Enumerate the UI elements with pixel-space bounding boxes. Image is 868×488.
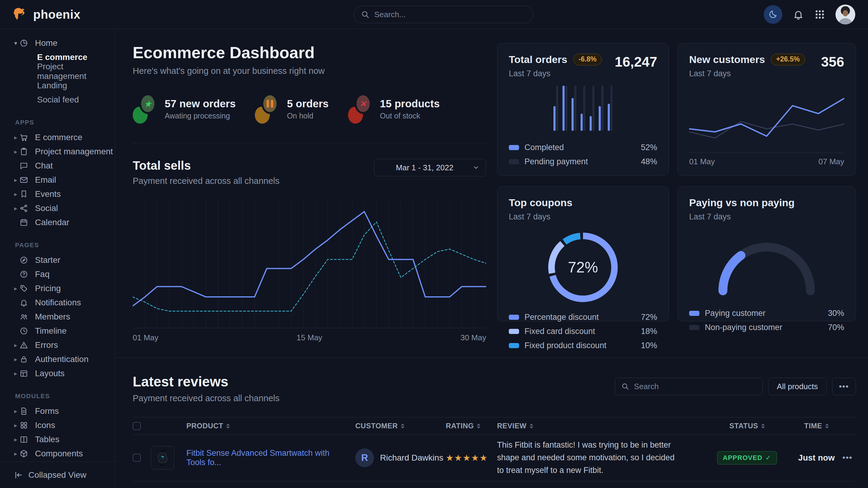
sidebar-item-members[interactable]: Members — [0, 310, 115, 324]
sidebar-subitem-social-feed[interactable]: Social feed — [0, 93, 115, 107]
sidebar-item-tables[interactable]: ▸ Tables — [0, 432, 115, 446]
row-menu-button[interactable]: ••• — [839, 453, 856, 462]
sidebar-item-label: Project management — [35, 147, 113, 157]
table-row[interactable]: Fitbit Sense Advanced Smartwatch with To… — [133, 435, 856, 481]
sidebar-nav: ▾ HomeE commerceProject managementLandin… — [0, 36, 115, 461]
order-bar — [562, 86, 567, 131]
sidebar-item-project-management[interactable]: ▸ Project management — [0, 144, 115, 159]
avatar-wrap: R — [355, 449, 374, 467]
sidebar-item-pricing[interactable]: ▸ Pricing — [0, 281, 115, 295]
sidebar-item-chat[interactable]: Chat — [0, 159, 115, 173]
table-icon — [19, 435, 31, 444]
warning-icon — [19, 340, 31, 350]
sidebar-item-label: Timeline — [35, 326, 67, 336]
card-period: Last 7 days — [509, 69, 602, 78]
sidebar-item-label: Starter — [35, 255, 60, 265]
reviews-table: PRODUCT CUSTOMER RATING REVIEW STATUS TI… — [133, 417, 856, 488]
sidebar-item-events[interactable]: ▸ Events — [0, 187, 115, 201]
column-status[interactable]: STATUS — [700, 422, 794, 430]
legend-swatch — [689, 311, 700, 316]
reviews-table-header: PRODUCT CUSTOMER RATING REVIEW STATUS TI… — [133, 417, 856, 435]
legend-swatch — [509, 329, 519, 334]
sidebar-item-label: Icons — [35, 421, 55, 430]
apps-grid-button[interactable] — [814, 9, 825, 20]
sidebar-item-label: Calendar — [35, 218, 69, 227]
sort-icon — [226, 423, 230, 429]
sidebar-item-label: Social — [35, 203, 58, 213]
new-customers-x-axis: 01 May 07 May — [689, 157, 844, 166]
column-review[interactable]: REVIEW — [497, 422, 700, 430]
card-title: Total orders — [509, 54, 567, 65]
clock-icon — [19, 326, 31, 335]
table-row[interactable]: iPhone 13 pro max-Pacific Blue-128GB sto… — [133, 481, 856, 488]
sidebar-item-calendar[interactable]: Calendar — [0, 215, 115, 229]
theme-toggle-button[interactable] — [764, 5, 782, 24]
sidebar-item-components[interactable]: ▸ Components — [0, 446, 115, 461]
smartwatch-image — [153, 448, 172, 467]
compass-icon — [19, 256, 31, 265]
search-input[interactable] — [374, 10, 526, 20]
product-thumbnail[interactable] — [151, 446, 174, 469]
notifications-button[interactable] — [793, 9, 804, 20]
sidebar-item-icons[interactable]: ▸ Icons — [0, 418, 115, 432]
sidebar-item-forms[interactable]: ▸ Forms — [0, 404, 115, 418]
stat-caption: On hold — [287, 111, 329, 120]
sidebar-item-starter[interactable]: Starter — [0, 253, 115, 267]
brand-logo[interactable]: phoenix — [13, 7, 115, 22]
sidebar-item-errors[interactable]: ▸ Errors — [0, 338, 115, 352]
star-icon: ★ — [454, 453, 463, 463]
reviews-search-input[interactable] — [633, 382, 756, 392]
sidebar-item-faq[interactable]: Faq — [0, 267, 115, 281]
sidebar-item-layouts[interactable]: ▸ Layouts — [0, 366, 115, 380]
user-avatar[interactable] — [835, 4, 855, 24]
legend-item: Pending payment 48% — [509, 157, 657, 166]
paying-vs-nonpaying-card: Paying vs non paying Last 7 days Paying … — [677, 186, 856, 321]
caret-down-icon: ▾ — [12, 39, 19, 47]
reviews-search[interactable] — [615, 378, 763, 395]
sidebar-item-label: Layouts — [35, 369, 65, 378]
stat-caption: Awating processing — [165, 111, 236, 120]
date-range-select[interactable]: Mar 1 - 31, 2022 — [374, 159, 486, 176]
stat-value: 15 products — [380, 98, 440, 110]
legend-swatch — [689, 325, 700, 330]
page-title: Ecommerce Dashboard — [133, 43, 486, 62]
quick-stats: ★ 57 new orders Awating processing — [133, 93, 486, 124]
collapse-sidebar-button[interactable]: Collapsed View — [0, 461, 115, 488]
sidebar-subitem-project-management[interactable]: Project management — [0, 64, 115, 78]
legend-item: Fixed card discount 18% — [509, 327, 657, 336]
sidebar-item-home[interactable]: ▾ Home — [0, 36, 115, 50]
sidebar-item-social[interactable]: ▸ Social — [0, 201, 115, 215]
sidebar-item-label: Events — [35, 189, 61, 199]
caret-right-icon: ▸ — [12, 191, 19, 198]
total-orders-value: 16,247 — [615, 54, 657, 70]
top-coupons-card: Top coupons Last 7 days 72% Percentage d… — [497, 186, 669, 321]
navbar-search[interactable] — [353, 6, 533, 23]
sidebar-item-timeline[interactable]: Timeline — [0, 324, 115, 338]
clipboard-icon — [19, 147, 31, 156]
column-rating[interactable]: RATING — [446, 422, 497, 430]
sidebar-item-email[interactable]: ▸ Email — [0, 173, 115, 187]
total-sells-title: Total sells — [133, 159, 280, 172]
bell-icon — [793, 9, 804, 20]
caret-right-icon: ▸ — [12, 205, 19, 212]
search-icon — [621, 383, 629, 390]
brand-name: phoenix — [33, 8, 81, 22]
row-checkbox[interactable] — [133, 454, 141, 462]
review-text: The order was delivered ahead of schedul… — [497, 486, 700, 488]
column-customer[interactable]: CUSTOMER — [355, 422, 446, 430]
column-product[interactable]: PRODUCT — [186, 422, 355, 430]
column-time[interactable]: TIME — [794, 422, 839, 430]
more-options-button[interactable]: ••• — [832, 378, 856, 395]
x-tick: 15 May — [297, 333, 322, 343]
card-title: New customers — [689, 54, 765, 65]
main-content: Ecommerce Dashboard Here's what's going … — [115, 29, 868, 488]
collapse-left-icon — [14, 470, 23, 480]
order-bar — [608, 86, 613, 131]
sidebar-item-notifications[interactable]: Notifications — [0, 295, 115, 310]
all-products-button[interactable]: All products — [768, 378, 827, 395]
sidebar-item-e-commerce[interactable]: ▸ E commerce — [0, 130, 115, 144]
sidebar-item-authentication[interactable]: ▸ Authentication — [0, 352, 115, 366]
select-all-checkbox[interactable] — [133, 422, 141, 430]
product-link[interactable]: Fitbit Sense Advanced Smartwatch with To… — [186, 449, 355, 467]
search-icon — [361, 10, 369, 19]
